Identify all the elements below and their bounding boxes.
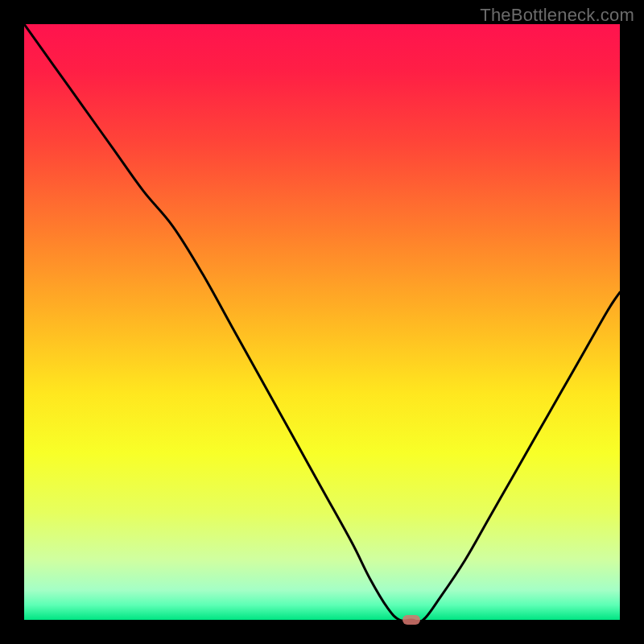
optimal-marker: [402, 615, 420, 625]
watermark-text: TheBottleneck.com: [480, 5, 634, 26]
chart-frame: TheBottleneck.com: [0, 0, 644, 644]
bottleneck-chart: [24, 24, 620, 620]
gradient-background: [24, 24, 620, 620]
